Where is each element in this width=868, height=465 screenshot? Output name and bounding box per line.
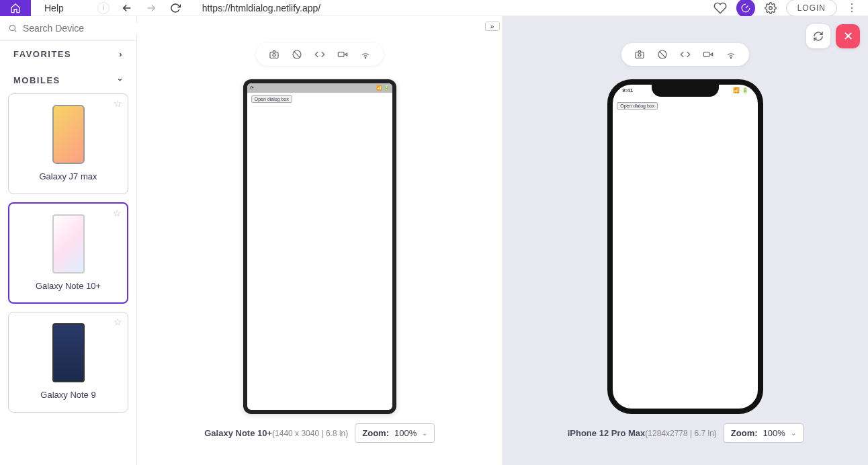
svg-point-0 bbox=[769, 6, 772, 9]
device-name: Galaxy Note 9 bbox=[14, 389, 122, 401]
no-touch-icon[interactable] bbox=[656, 48, 668, 60]
screenshot-icon[interactable] bbox=[634, 48, 646, 60]
sync-button[interactable] bbox=[806, 24, 830, 48]
inspect-icon[interactable] bbox=[314, 48, 326, 60]
preview-footer-label: iPhone 12 Pro Max(1284x2778 | 6.7 in) bbox=[568, 428, 717, 438]
preview-footer-label: Galaxy Note 10+(1440 x 3040 | 6.8 in) bbox=[204, 428, 348, 438]
preview-toolbar bbox=[621, 43, 749, 66]
speed-icon[interactable] bbox=[736, 0, 755, 17]
wifi-icon[interactable] bbox=[725, 48, 737, 60]
chevron-down-icon: ⌄ bbox=[791, 429, 796, 437]
open-dialog-button[interactable]: Open dialog box bbox=[251, 95, 292, 103]
android-frame: ⟳📶 🔋 Open dialog box bbox=[243, 79, 396, 414]
favorite-star-icon[interactable]: ☆ bbox=[113, 208, 122, 218]
svg-point-3 bbox=[273, 54, 275, 56]
url-display[interactable]: https://htmldialog.netlify.app/ bbox=[202, 3, 713, 13]
mobiles-label: MOBILES bbox=[13, 75, 60, 85]
svg-rect-7 bbox=[636, 52, 644, 58]
preview-toolbar bbox=[256, 43, 384, 66]
zoom-selector[interactable]: Zoom: 100% ⌄ bbox=[724, 423, 804, 443]
inspect-icon[interactable] bbox=[679, 48, 691, 60]
chevron-right-icon: › bbox=[119, 49, 123, 59]
reload-button[interactable] bbox=[169, 1, 182, 15]
zoom-value: 100% bbox=[763, 428, 785, 438]
preview-pane-left: » ⟳📶 🔋 Open dialog box Galaxy Note 10+(1… bbox=[137, 16, 503, 465]
search-icon bbox=[8, 24, 17, 33]
home-button[interactable] bbox=[0, 0, 31, 16]
device-card-galaxy-note-9[interactable]: ☆ Galaxy Note 9 bbox=[8, 312, 128, 413]
device-thumb bbox=[52, 214, 85, 273]
mobiles-header[interactable]: MOBILES › bbox=[0, 67, 136, 93]
svg-point-8 bbox=[638, 54, 641, 56]
video-icon[interactable] bbox=[702, 48, 714, 60]
open-dialog-button[interactable]: Open dialog box bbox=[617, 102, 658, 110]
device-card-galaxy-j7-max[interactable]: ☆ Galaxy J7 max bbox=[8, 93, 128, 194]
sidebar: FAVORITES › MOBILES › ☆ Galaxy J7 max ☆ … bbox=[0, 16, 137, 465]
zoom-value: 100% bbox=[394, 428, 417, 438]
device-thumb bbox=[52, 105, 85, 164]
svg-point-6 bbox=[365, 58, 365, 58]
svg-rect-5 bbox=[338, 52, 344, 57]
device-thumb bbox=[52, 323, 85, 382]
top-toolbar: Help i https://htmldialog.netlify.app/ L… bbox=[0, 0, 868, 16]
help-link[interactable]: Help bbox=[31, 3, 77, 13]
heart-icon[interactable] bbox=[713, 1, 727, 15]
iphone-time: 9:41 bbox=[622, 87, 633, 93]
svg-point-1 bbox=[9, 25, 15, 30]
screenshot-icon[interactable] bbox=[268, 48, 280, 60]
preview-canvas: » ⟳📶 🔋 Open dialog box Galaxy Note 10+(1… bbox=[137, 16, 868, 465]
more-icon[interactable]: ⋮ bbox=[847, 1, 857, 14]
zoom-label: Zoom: bbox=[731, 428, 758, 438]
no-touch-icon[interactable] bbox=[291, 48, 303, 60]
search-input[interactable] bbox=[23, 23, 140, 34]
chevron-down-icon: ⌄ bbox=[422, 429, 427, 437]
close-button[interactable]: ✕ bbox=[836, 24, 860, 48]
device-card-galaxy-note-10[interactable]: ☆ Galaxy Note 10+ bbox=[8, 202, 128, 304]
device-name: Galaxy J7 max bbox=[14, 171, 122, 183]
settings-icon[interactable] bbox=[765, 2, 777, 14]
wifi-icon[interactable] bbox=[359, 48, 372, 60]
login-button[interactable]: LOGIN bbox=[786, 0, 837, 17]
video-icon[interactable] bbox=[337, 48, 349, 60]
chevron-down-icon: › bbox=[116, 79, 126, 83]
zoom-selector[interactable]: Zoom: 100% ⌄ bbox=[355, 423, 435, 443]
favorites-header[interactable]: FAVORITES › bbox=[0, 41, 136, 67]
iphone-notch bbox=[652, 85, 719, 97]
iphone-frame: 9:41 📶🔋 Open dialog box bbox=[607, 79, 763, 414]
favorite-star-icon[interactable]: ☆ bbox=[114, 98, 122, 109]
forward-button[interactable] bbox=[144, 1, 158, 15]
info-icon[interactable]: i bbox=[97, 2, 110, 14]
collapse-handle[interactable]: » bbox=[485, 22, 500, 31]
favorites-label: FAVORITES bbox=[13, 49, 71, 59]
device-name: Galaxy Note 10+ bbox=[15, 280, 122, 292]
svg-point-11 bbox=[731, 58, 732, 58]
back-button[interactable] bbox=[120, 1, 134, 15]
search-row bbox=[0, 16, 136, 41]
android-status-bar: ⟳📶 🔋 bbox=[247, 83, 392, 93]
svg-rect-10 bbox=[704, 52, 710, 57]
favorite-star-icon[interactable]: ☆ bbox=[114, 316, 122, 327]
zoom-label: Zoom: bbox=[362, 428, 389, 438]
preview-pane-right: ✕ 9:41 📶🔋 Open dialog box iPhone 12 Pro … bbox=[503, 16, 869, 465]
svg-rect-2 bbox=[270, 52, 278, 58]
